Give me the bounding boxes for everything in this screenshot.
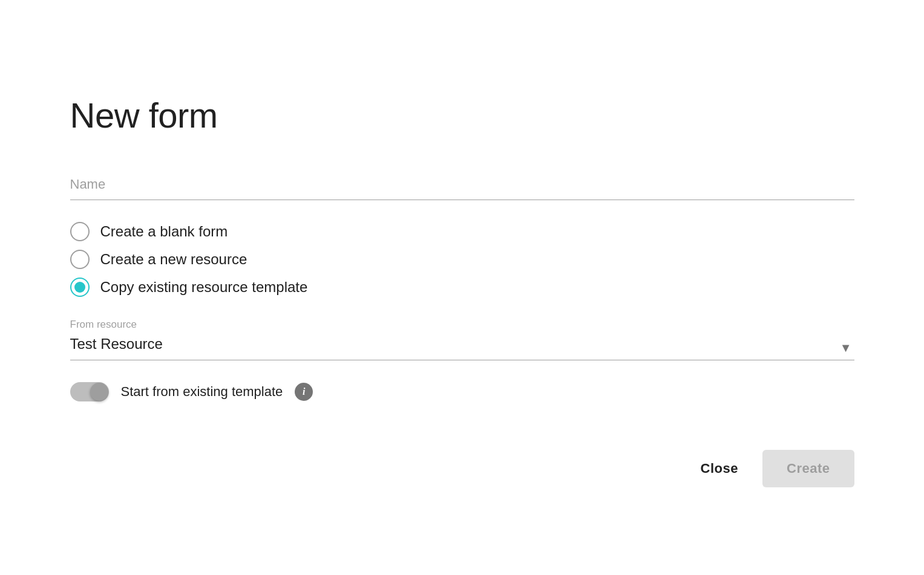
radio-label-blank: Create a blank form: [100, 223, 228, 240]
radio-circle-copy-template: [70, 278, 90, 297]
from-resource-select[interactable]: Test Resource ▼: [70, 336, 854, 360]
action-buttons: Close Create: [70, 450, 854, 487]
toggle-track: [70, 382, 109, 401]
radio-label-new-resource: Create a new resource: [100, 251, 247, 268]
toggle-label: Start from existing template: [121, 384, 283, 400]
info-icon: i: [295, 383, 313, 401]
radio-circle-new-resource: [70, 250, 90, 269]
close-button[interactable]: Close: [689, 453, 750, 484]
radio-group: Create a blank form Create a new resourc…: [70, 222, 854, 297]
start-from-template-toggle[interactable]: [70, 382, 109, 401]
radio-option-blank[interactable]: Create a blank form: [70, 222, 854, 241]
new-form-dialog: New form Create a blank form Create a ne…: [39, 63, 886, 512]
radio-inner-copy-template: [74, 282, 85, 293]
from-resource-section: From resource Test Resource ▼: [70, 319, 854, 360]
radio-option-new-resource[interactable]: Create a new resource: [70, 250, 854, 269]
from-resource-value: Test Resource: [70, 336, 163, 352]
name-input[interactable]: [70, 172, 854, 200]
page-title: New form: [70, 95, 854, 135]
create-button[interactable]: Create: [762, 450, 854, 487]
radio-label-copy-template: Copy existing resource template: [100, 279, 308, 296]
name-field-container: [70, 172, 854, 200]
radio-circle-blank: [70, 222, 90, 241]
from-resource-label: From resource: [70, 319, 854, 331]
radio-option-copy-template[interactable]: Copy existing resource template: [70, 278, 854, 297]
toggle-row: Start from existing template i: [70, 382, 854, 401]
chevron-down-icon: ▼: [840, 341, 852, 355]
toggle-thumb: [90, 383, 108, 401]
